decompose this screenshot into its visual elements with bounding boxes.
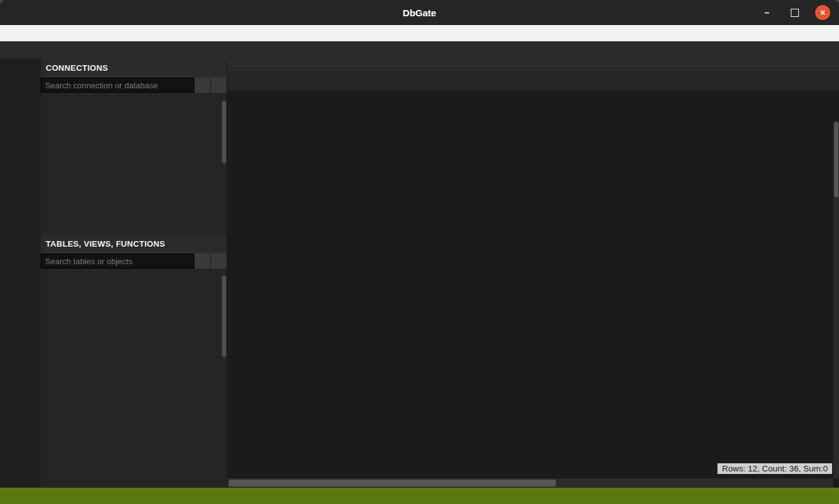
plus-icon <box>199 82 206 89</box>
refresh-icon <box>216 258 222 265</box>
tab-strip <box>227 71 839 91</box>
connections-search-input[interactable] <box>41 78 194 93</box>
title-bar: DbGate – × <box>0 0 839 25</box>
add-connection-small-button[interactable] <box>194 77 211 93</box>
add-table-small-button[interactable] <box>194 253 211 269</box>
tables-search-row <box>41 253 227 269</box>
grid-horizontal-scrollbar[interactable] <box>227 478 833 488</box>
connections-panel-header: CONNECTIONS <box>41 59 227 77</box>
refresh-tables-button[interactable] <box>211 253 227 269</box>
tables-tree <box>41 269 227 488</box>
grid-vertical-scrollbar[interactable] <box>833 121 839 478</box>
tables-panel-header: TABLES, VIEWS, FUNCTIONS <box>41 235 227 253</box>
selection-stats-tooltip: Rows: 12, Count: 36, Sum:0 <box>717 463 832 474</box>
window-title: DbGate <box>0 8 839 18</box>
menu-bar <box>0 25 839 41</box>
sidebar: CONNECTIONS TABLES, VIEWS, FUNCTIONS <box>41 59 227 488</box>
window-controls: – × <box>760 5 839 20</box>
connections-list <box>41 93 227 235</box>
tables-search-input[interactable] <box>41 254 194 269</box>
toolbar <box>0 41 839 59</box>
refresh-connections-button[interactable] <box>211 77 227 93</box>
connections-scrollbar[interactable] <box>222 101 226 163</box>
main-area: CONNECTIONS TABLES, VIEWS, FUNCTIONS <box>0 59 839 488</box>
plus-icon <box>199 258 206 265</box>
close-button[interactable]: × <box>815 5 830 20</box>
maximize-button[interactable] <box>788 6 801 19</box>
status-bar <box>0 488 839 504</box>
data-grid: Rows: 12, Count: 36, Sum:0 <box>227 91 839 488</box>
icon-rail <box>0 59 41 488</box>
content-area: Rows: 12, Count: 36, Sum:0 <box>227 59 839 488</box>
tables-scrollbar[interactable] <box>222 275 226 357</box>
connections-search-row <box>41 77 227 93</box>
tab-group-strip <box>227 59 839 71</box>
refresh-icon <box>216 82 222 89</box>
minimize-button[interactable]: – <box>760 6 774 19</box>
dbgate-window: DbGate – × CONNECTIONS TABLES, VIEWS, FU… <box>0 0 839 504</box>
